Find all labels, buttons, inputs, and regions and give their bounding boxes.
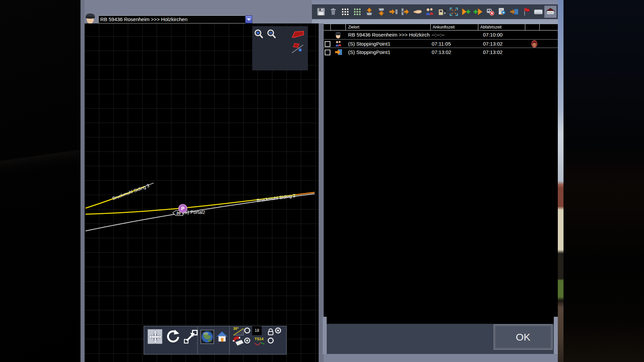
portal-badge-letter: P — [181, 205, 184, 211]
house-icon — [216, 330, 228, 343]
load-arrow-icon — [335, 49, 342, 55]
go-to-service-button[interactable] — [509, 7, 519, 16]
arrow-plus-icon — [461, 7, 471, 16]
dropdown-arrow-button[interactable] — [245, 15, 252, 23]
column-separator — [525, 24, 525, 30]
train-remove-icon — [485, 7, 495, 16]
save-icon — [316, 7, 326, 16]
scale-icon — [183, 329, 198, 344]
red-flag-icon — [522, 7, 531, 16]
add-stop-before-button[interactable] — [473, 7, 483, 16]
row-checkbox[interactable] — [325, 50, 330, 55]
panel-left-edge — [80, 0, 85, 362]
cell-ankunftszeit: 07:11:05 — [432, 40, 475, 48]
couple-button[interactable] — [449, 7, 459, 16]
ts14-radio[interactable] — [268, 338, 274, 344]
timetable-row-service[interactable]: RB 59436 Rosenheim >>> Holzkirchen --:--… — [324, 31, 558, 39]
zoom-in-icon[interactable] — [254, 29, 264, 40]
siding2-label: Bruckmuhl Siding 2 — [256, 193, 296, 203]
column-header-abfahrtszeit: Abfahrtszeit — [480, 25, 501, 29]
dimmed-world-shape — [0, 137, 80, 177]
lower-button[interactable] — [377, 7, 386, 16]
pan-mode-button[interactable] — [148, 329, 162, 344]
bottom-strip — [324, 354, 558, 362]
column-separator — [539, 24, 540, 30]
track-map-overlay: Bruckmuhl Siding 3 Bruckmuhl Siding 2 20… — [85, 23, 319, 362]
insert-left-button[interactable] — [401, 7, 410, 16]
grid-view-button[interactable] — [340, 7, 350, 16]
document-gear-icon — [497, 7, 507, 16]
cell-abfahrtszeit: 07:13:02 — [483, 40, 523, 48]
svg-text:TS14: TS14 — [255, 337, 264, 341]
refuel-button[interactable] — [437, 7, 446, 16]
plus-arrow-icon — [473, 7, 483, 16]
crew-button[interactable] — [425, 7, 434, 16]
depot-icon — [546, 7, 555, 16]
driver-avatar-icon — [85, 12, 96, 24]
column-header-zielort: Zielort — [348, 25, 359, 29]
rotate-mode-button[interactable] — [166, 329, 180, 344]
zoom-level-value: 18 — [252, 326, 262, 335]
insert-right-button[interactable] — [389, 7, 398, 16]
timetable-panel: Zielort Ankunftszeit Abfahrtszeit RB 594… — [324, 24, 558, 324]
box-arrow-icon — [401, 7, 410, 16]
passengers-icon — [335, 40, 341, 47]
gradient-marker-icon[interactable] — [291, 30, 305, 39]
lock-icon — [267, 328, 274, 336]
magnet-radio[interactable] — [244, 338, 250, 344]
column-header-ankunftszeit: Ankunftszeit — [433, 25, 454, 29]
ok-button[interactable]: OK — [494, 324, 552, 350]
home-view-button[interactable] — [216, 330, 228, 343]
cell-abfahrtszeit: 07:10:00 — [483, 31, 523, 39]
timetable-row-stop2[interactable]: (S) StoppingPoint1 07:13:02 07:13:02 — [324, 48, 558, 56]
gradient-node-icon[interactable] — [290, 41, 306, 55]
pick-hand-button[interactable] — [413, 7, 422, 16]
grid-icon — [340, 7, 350, 16]
grid-view-green-button[interactable] — [353, 7, 362, 16]
fuel-pump-icon — [437, 7, 446, 16]
cell-zielort: (S) StoppingPoint1 — [348, 40, 430, 48]
dimmed-world-right — [564, 0, 644, 362]
gradient-radio[interactable] — [244, 327, 250, 334]
zoom-out-icon[interactable] — [266, 29, 276, 40]
pointing-hand-icon — [413, 7, 422, 16]
globe-icon — [201, 330, 214, 344]
scenario-editor-window: RB 59436 Rosenheim >>> Holzkirchen Bruck… — [0, 0, 644, 362]
magnet-snap-icon[interactable] — [232, 336, 245, 347]
flag-event-button[interactable] — [522, 7, 531, 16]
raise-button[interactable] — [365, 7, 374, 16]
world-view-strip — [558, 0, 564, 362]
panel-divider — [319, 23, 324, 362]
svg-text:30°: 30° — [233, 326, 239, 330]
arrow-down-icon — [377, 7, 386, 16]
trash-icon — [328, 7, 338, 16]
arrow-into-blue-box-icon — [509, 7, 519, 16]
delete-button[interactable] — [328, 7, 338, 16]
depot-view-button[interactable] — [546, 7, 555, 16]
footer-left-edge — [323, 317, 327, 355]
cell-zielort: RB 59436 Rosenheim >>> Holzkirchen — [348, 31, 430, 39]
row-checkbox[interactable] — [325, 41, 330, 47]
move-arrows-icon — [148, 329, 163, 344]
driver-icon — [335, 31, 341, 39]
cancel-service-button[interactable] — [485, 7, 495, 16]
save-button[interactable] — [316, 7, 326, 16]
timetable-toolbar — [312, 4, 558, 19]
arrow-into-box-icon — [389, 7, 398, 16]
gradient-display-icon[interactable]: 30° — [233, 326, 244, 336]
service-properties-button[interactable] — [497, 7, 507, 16]
dimmed-world-left — [0, 0, 80, 362]
column-separator — [330, 24, 331, 30]
timetable-row-stop1[interactable]: (S) StoppingPoint1 07:11:05 07:13:02 — [324, 40, 558, 48]
panel-icon — [534, 7, 543, 16]
scale-mode-button[interactable] — [183, 329, 198, 344]
add-stop-after-button[interactable] — [461, 7, 471, 16]
column-separator — [345, 24, 346, 30]
column-separator — [430, 24, 431, 30]
converge-arrows-icon — [449, 7, 459, 16]
world-view-button[interactable] — [201, 330, 214, 344]
lock-radio[interactable] — [275, 327, 281, 334]
service-selector-dropdown[interactable]: RB 59436 Rosenheim >>> Holzkirchen — [98, 15, 247, 23]
cell-zielort: (S) StoppingPoint1 — [348, 48, 430, 56]
display-panel-button[interactable] — [534, 7, 543, 16]
